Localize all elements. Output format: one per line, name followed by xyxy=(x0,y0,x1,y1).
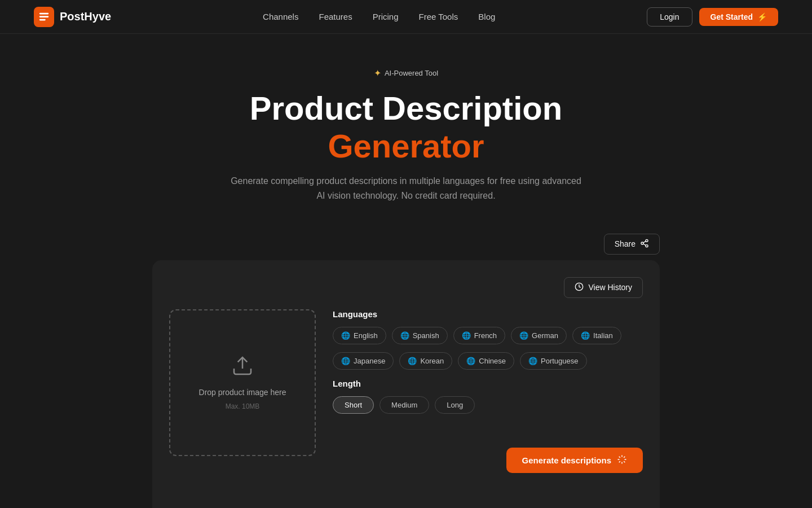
card-content: Drop product image here Max. 10MB Langua… xyxy=(169,309,643,473)
result-placeholder: Generated descriptions will appear here xyxy=(169,496,643,508)
svg-line-7 xyxy=(643,241,646,243)
share-button[interactable]: Share xyxy=(604,234,660,255)
language-tags-row-1: 🌐 English 🌐 Spanish 🌐 French 🌐 German 🌐 xyxy=(333,327,643,344)
flag-it-icon: 🌐 xyxy=(581,331,590,340)
length-tag-short[interactable]: Short xyxy=(333,396,374,414)
card-top-row: View History xyxy=(169,277,643,298)
nav-item-channels[interactable]: Channels xyxy=(263,12,298,22)
flag-fr-icon: 🌐 xyxy=(462,331,471,340)
image-drop-zone[interactable]: Drop product image here Max. 10MB xyxy=(169,309,316,456)
lang-tag-chinese[interactable]: 🌐 Chinese xyxy=(458,352,514,370)
languages-label: Languages xyxy=(333,309,643,319)
language-tags-row-2: 🌐 Japanese 🌐 Korean 🌐 Chinese 🌐 Portugue… xyxy=(333,352,643,370)
flag-ja-icon: 🌐 xyxy=(341,357,350,365)
flag-ko-icon: 🌐 xyxy=(408,357,417,365)
svg-rect-2 xyxy=(39,19,46,20)
logo[interactable]: PostHyve xyxy=(34,7,111,27)
view-history-button[interactable]: View History xyxy=(564,277,643,298)
lang-tag-spanish[interactable]: 🌐 Spanish xyxy=(392,327,448,344)
generate-icon xyxy=(617,454,627,466)
length-tags: Short Medium Long xyxy=(333,396,643,414)
share-icon xyxy=(640,239,649,249)
length-label: Length xyxy=(333,379,643,388)
logo-text: PostHyve xyxy=(60,10,111,23)
share-row: Share xyxy=(0,234,812,255)
spark-icon: ✦ xyxy=(374,68,381,78)
lang-tag-german[interactable]: 🌐 German xyxy=(511,327,567,344)
navbar: PostHyve Channels Features Pricing Free … xyxy=(0,0,812,34)
lang-tag-korean[interactable]: 🌐 Korean xyxy=(399,352,452,370)
nav-links: Channels Features Pricing Free Tools Blo… xyxy=(263,12,495,22)
svg-point-3 xyxy=(646,239,648,242)
flag-zh-icon: 🌐 xyxy=(466,357,475,365)
nav-item-blog[interactable]: Blog xyxy=(478,12,495,22)
nav-item-features[interactable]: Features xyxy=(319,12,352,22)
generate-button[interactable]: Generate descriptions xyxy=(506,448,643,473)
flag-pt-icon: 🌐 xyxy=(528,357,537,365)
drop-subtext: Max. 10MB xyxy=(226,402,260,410)
length-section: Length Short Medium Long xyxy=(333,379,643,414)
hero-subtitle: Generate compelling product descriptions… xyxy=(11,174,801,203)
get-started-button[interactable]: Get Started ⚡ xyxy=(699,8,778,26)
ai-badge: ✦ AI-Powered Tool xyxy=(374,68,438,78)
svg-rect-1 xyxy=(39,16,49,17)
login-button[interactable]: Login xyxy=(647,7,692,27)
lang-tag-english[interactable]: 🌐 English xyxy=(333,327,386,344)
lang-tag-japanese[interactable]: 🌐 Japanese xyxy=(333,352,394,370)
nav-item-free-tools[interactable]: Free Tools xyxy=(419,12,458,22)
lang-tag-french[interactable]: 🌐 French xyxy=(453,327,505,344)
svg-point-4 xyxy=(641,242,643,244)
flag-en-icon: 🌐 xyxy=(341,331,350,340)
upload-icon xyxy=(231,354,254,382)
hero-section: ✦ AI-Powered Tool Product Description Ge… xyxy=(0,34,812,220)
clock-icon xyxy=(575,282,584,293)
lang-tag-portuguese[interactable]: 🌐 Portuguese xyxy=(520,352,587,370)
nav-item-pricing[interactable]: Pricing xyxy=(373,12,399,22)
main-card: View History Drop product image here Max… xyxy=(152,260,660,508)
flash-icon: ⚡ xyxy=(757,12,767,21)
logo-icon xyxy=(34,7,54,27)
nav-actions: Login Get Started ⚡ xyxy=(647,7,778,27)
drop-text: Drop product image here xyxy=(199,388,286,397)
flag-es-icon: 🌐 xyxy=(400,331,409,340)
right-panel: Languages 🌐 English 🌐 Spanish 🌐 French 🌐… xyxy=(333,309,643,473)
length-tag-medium[interactable]: Medium xyxy=(379,396,429,414)
lang-tag-italian[interactable]: 🌐 Italian xyxy=(572,327,621,344)
svg-line-6 xyxy=(643,244,646,246)
svg-rect-0 xyxy=(39,12,49,14)
svg-point-5 xyxy=(646,244,648,247)
hero-title: Product Description Generator xyxy=(11,90,801,165)
length-tag-long[interactable]: Long xyxy=(435,396,475,414)
flag-de-icon: 🌐 xyxy=(519,331,528,340)
